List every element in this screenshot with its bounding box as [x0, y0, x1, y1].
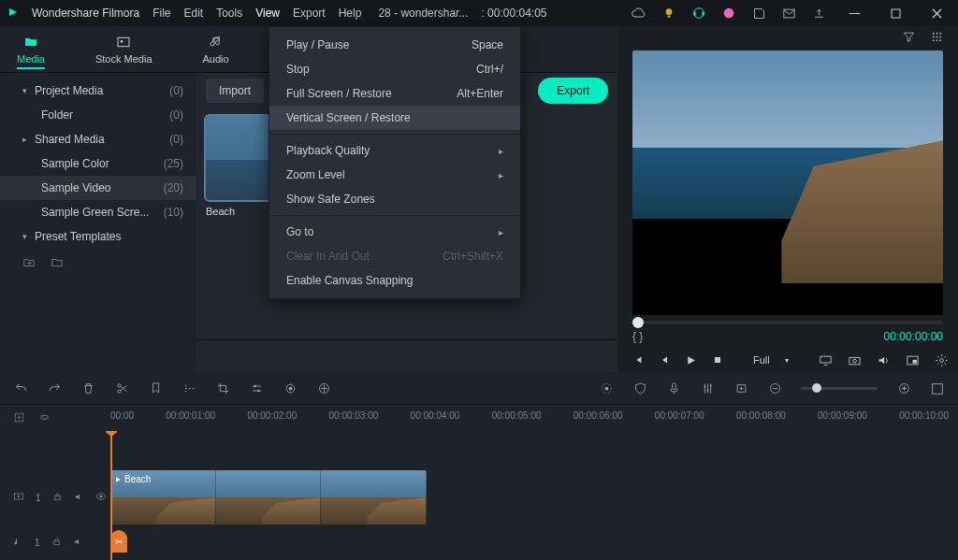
mixer-icon[interactable] [700, 381, 715, 396]
filter-icon[interactable] [902, 30, 917, 45]
razor-handle-icon[interactable]: ✂ [110, 530, 127, 553]
window-minimize-button[interactable] [840, 0, 868, 26]
video-preview[interactable] [632, 50, 943, 315]
marker-icon[interactable] [148, 381, 163, 396]
menu-item-fullscreen[interactable]: Full Screen / RestoreAlt+Enter [269, 81, 520, 106]
svg-rect-6 [783, 9, 793, 18]
lock-icon[interactable] [52, 492, 63, 504]
export-button[interactable]: Export [538, 78, 608, 104]
zoom-fit-icon[interactable] [930, 381, 945, 396]
sidebar-item-sample-video[interactable]: Sample Video (20) [0, 176, 196, 200]
svg-point-16 [939, 36, 941, 38]
volume-icon[interactable] [877, 352, 891, 367]
audio-track-1[interactable]: 1 [0, 528, 958, 556]
menu-item-play-pause[interactable]: Play / PauseSpace [269, 33, 520, 57]
snapshot-icon[interactable] [848, 352, 862, 367]
menu-item-vertical-screen[interactable]: Vertical Screen / Restore [269, 106, 520, 130]
mute-icon[interactable] [73, 537, 83, 549]
menu-item-playback-quality[interactable]: Playback Quality▸ [269, 138, 520, 163]
timeline-ruler[interactable]: 00:00 00:00:01:00 00:00:02:00 00:00:03:0… [0, 405, 958, 431]
cut-icon[interactable] [114, 381, 129, 396]
svg-rect-7 [849, 13, 860, 14]
sidebar-item-sample-color[interactable]: Sample Color (25) [0, 151, 196, 176]
cloud-icon[interactable] [631, 5, 647, 22]
svg-point-5 [724, 8, 734, 19]
menu-item-goto[interactable]: Go to▸ [269, 220, 520, 244]
zoom-in-icon[interactable] [896, 381, 911, 396]
account-avatar-icon[interactable] [720, 5, 737, 22]
support-icon[interactable] [690, 5, 707, 22]
new-folder-icon[interactable] [22, 256, 36, 272]
sidebar-item-preset-templates[interactable]: ▾Preset Templates [0, 224, 196, 249]
menu-tools[interactable]: Tools [216, 7, 242, 20]
tab-stock-media[interactable]: Stock Media [95, 35, 152, 65]
menu-item-zoom-level[interactable]: Zoom Level▸ [269, 163, 520, 187]
sidebar-item-project-media[interactable]: ▾Project Media (0) [0, 79, 196, 103]
menu-item-canvas-snapping[interactable]: Enable Canvas Snapping [269, 268, 520, 293]
undo-icon[interactable] [13, 381, 28, 396]
tab-media[interactable]: Media [17, 35, 45, 69]
zoom-slider[interactable] [801, 387, 878, 390]
effects-icon[interactable] [316, 381, 331, 396]
settings-icon[interactable] [935, 352, 949, 367]
app-logo-icon [7, 7, 19, 21]
track-type-video-icon [13, 491, 24, 504]
lock-icon[interactable] [51, 537, 62, 549]
svg-point-15 [936, 36, 938, 38]
window-close-button[interactable] [922, 0, 951, 26]
seek-bar[interactable] [632, 321, 943, 324]
render-icon[interactable] [599, 381, 614, 396]
play-button[interactable] [685, 352, 697, 367]
svg-point-30 [257, 390, 260, 393]
sidebar-item-shared-media[interactable]: ▸Shared Media (0) [0, 127, 196, 151]
shield-icon[interactable] [632, 381, 647, 396]
upload-icon[interactable] [810, 5, 827, 22]
chevron-right-icon: ▸ [499, 227, 503, 237]
prev-frame-button[interactable] [632, 352, 644, 367]
link-icon[interactable] [38, 411, 51, 425]
zoom-out-icon[interactable] [767, 381, 782, 396]
lightbulb-icon[interactable] [660, 5, 677, 22]
save-icon[interactable] [750, 5, 767, 22]
add-track-icon[interactable] [13, 411, 25, 425]
scale-dropdown[interactable]: Full [753, 354, 770, 366]
menu-view[interactable]: View [255, 7, 280, 20]
window-maximize-button[interactable] [881, 0, 909, 26]
menu-edit[interactable]: Edit [184, 7, 204, 20]
speed-icon[interactable] [181, 381, 196, 396]
crop-icon[interactable] [215, 381, 230, 396]
menu-item-stop[interactable]: StopCtrl+/ [269, 57, 520, 81]
adjust-icon[interactable] [249, 381, 264, 396]
mic-icon[interactable] [666, 381, 681, 396]
folder-icon[interactable] [51, 256, 64, 272]
timeline-clip-beach[interactable]: Beach [110, 470, 427, 524]
delete-icon[interactable] [80, 381, 95, 396]
svg-point-27 [117, 390, 120, 393]
svg-point-23 [852, 359, 856, 363]
import-button[interactable]: Import [206, 79, 264, 103]
message-icon[interactable] [780, 5, 797, 22]
svg-rect-1 [668, 16, 671, 18]
sidebar-item-sample-green-screen[interactable]: Sample Green Scre... (10) [0, 200, 196, 224]
mute-icon[interactable] [74, 492, 84, 504]
menu-item-safe-zones[interactable]: Show Safe Zones [269, 187, 520, 211]
redo-icon[interactable] [47, 381, 62, 396]
step-back-button[interactable] [659, 352, 670, 367]
video-track-1[interactable]: 1 Beach [0, 468, 958, 526]
media-sidebar: ▾Project Media (0) Folder (0) ▸Shared Me… [0, 73, 196, 373]
project-name: 28 - wondershar... [378, 7, 468, 20]
stop-button[interactable] [712, 352, 723, 367]
record-icon[interactable] [283, 381, 298, 396]
sidebar-item-folder[interactable]: Folder (0) [0, 103, 196, 127]
marker-add-icon[interactable] [733, 381, 748, 396]
grid-icon[interactable] [930, 30, 945, 45]
tab-audio[interactable]: Audio [203, 35, 229, 65]
pip-icon[interactable] [906, 352, 920, 367]
menu-export[interactable]: Export [293, 7, 326, 20]
menu-help[interactable]: Help [339, 7, 362, 20]
menu-file[interactable]: File [152, 7, 170, 20]
svg-point-18 [936, 39, 938, 41]
monitor-icon[interactable] [819, 352, 833, 367]
app-brand: Wondershare Filmora [32, 7, 139, 20]
svg-point-11 [933, 33, 935, 35]
